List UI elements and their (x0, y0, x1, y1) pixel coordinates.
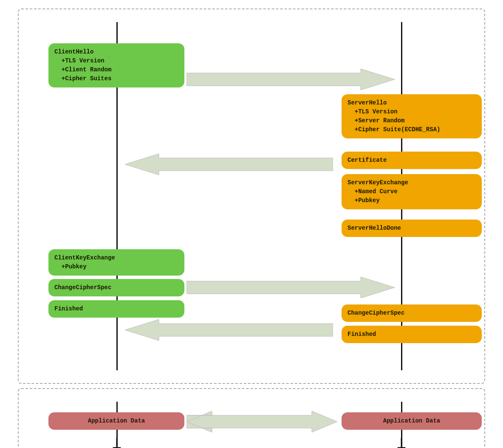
app-data-server-box: Application Data (342, 412, 482, 430)
svg-marker-1 (187, 69, 395, 90)
down-arrow-client (113, 438, 121, 448)
arrow-app-data (187, 410, 337, 434)
certificate-box: Certificate (342, 152, 482, 169)
change-cipher-spec-client-box: ChangeCipherSpec (48, 279, 184, 296)
arrow-server-hello (125, 154, 333, 175)
svg-marker-4 (187, 277, 395, 298)
bottom-section: Application Data Application Data (18, 388, 485, 448)
client-key-exchange-box: ClientKeyExchange +Pubkey (48, 249, 184, 276)
svg-marker-3 (125, 154, 333, 175)
finished-server-box: Finished (342, 326, 482, 343)
app-data-client-box: Application Data (48, 412, 184, 430)
finished-client-box: Finished (48, 300, 184, 318)
change-cipher-spec-server-box: ChangeCipherSpec (342, 304, 482, 322)
server-hello-box: ServerHello +TLS Version +Server Random … (342, 94, 482, 138)
server-hello-done-box: ServerHelloDone (342, 220, 482, 237)
diagram-wrapper: ClientHello +TLS Version +Client Random … (18, 8, 485, 448)
arrow-client-hello (187, 69, 395, 90)
client-hello-box: ClientHello +TLS Version +Client Random … (48, 43, 184, 87)
arrow-server-finished (125, 319, 333, 341)
arrow-client-key (187, 277, 395, 298)
diagram-area: ClientHello +TLS Version +Client Random … (36, 22, 486, 370)
down-arrow-server (397, 438, 406, 448)
top-section: ClientHello +TLS Version +Client Random … (18, 8, 485, 384)
svg-marker-5 (125, 319, 333, 341)
server-key-exchange-box: ServerKeyExchange +Named Curve +Pubkey (342, 174, 482, 209)
diagram-bottom: Application Data Application Data (36, 402, 486, 448)
